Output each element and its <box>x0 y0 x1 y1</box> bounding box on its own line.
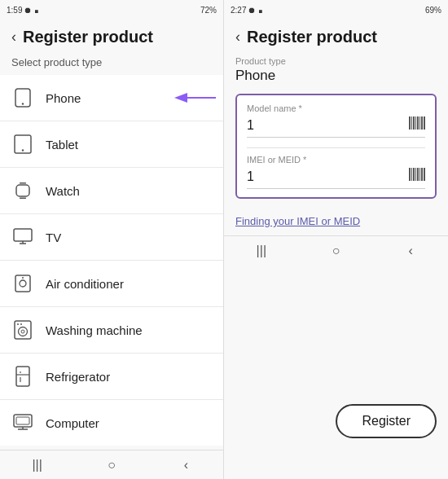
product-item-refrigerator[interactable]: Refrigerator <box>0 354 223 400</box>
product-item-air-conditioner[interactable]: Air conditioner <box>0 261 223 307</box>
model-name-field: Model name * <box>247 103 425 138</box>
right-header-title: Register product <box>247 28 377 46</box>
product-item-tablet[interactable]: Tablet <box>0 121 223 168</box>
product-type-label: Product type <box>235 56 437 66</box>
svg-rect-38 <box>417 168 419 181</box>
svg-rect-31 <box>419 116 420 130</box>
svg-rect-37 <box>415 168 416 181</box>
product-item-computer[interactable]: Computer <box>0 400 223 446</box>
product-item-phone[interactable]: Phone <box>0 75 223 121</box>
left-status-icons: ⏺ ◼ <box>24 6 38 15</box>
svg-rect-29 <box>415 116 416 130</box>
svg-rect-18 <box>16 367 29 386</box>
tablet-label: Tablet <box>46 138 78 152</box>
right-panel: 2:27 ⏺ ◼ 69% ‹ Register product Product … <box>224 0 448 479</box>
watch-icon <box>11 179 34 202</box>
left-nav-home[interactable]: ○ <box>95 454 128 477</box>
svg-point-16 <box>17 323 19 325</box>
right-nav-back[interactable]: ‹ <box>394 240 427 262</box>
section-label: Select product type <box>0 51 223 75</box>
model-name-label: Model name * <box>247 103 425 113</box>
svg-rect-41 <box>424 168 425 181</box>
right-battery: 69% <box>425 6 441 15</box>
svg-rect-32 <box>421 116 423 130</box>
left-status-bar: 1:59 ⏺ ◼ 72% <box>0 0 223 20</box>
model-barcode-icon[interactable] <box>409 116 425 134</box>
svg-rect-39 <box>419 168 420 181</box>
watch-label: Watch <box>46 184 80 198</box>
imei-row <box>247 168 425 189</box>
svg-rect-30 <box>417 116 419 130</box>
svg-point-17 <box>20 323 22 325</box>
svg-rect-33 <box>424 116 425 130</box>
register-btn-wrap: Register <box>336 404 437 438</box>
refrigerator-icon <box>11 365 34 388</box>
left-status-right: 72% <box>200 6 217 15</box>
right-back-button[interactable]: ‹ <box>235 29 240 46</box>
washing-machine-label: Washing machine <box>46 323 143 337</box>
right-nav-home[interactable]: ○ <box>319 240 352 262</box>
product-item-washing-machine[interactable]: Washing machine <box>0 307 223 354</box>
product-item-tv[interactable]: TV <box>0 214 223 261</box>
computer-icon <box>11 411 34 434</box>
svg-rect-26 <box>409 116 411 130</box>
right-status-right: 69% <box>425 6 441 15</box>
imei-label: IMEI or MEID * <box>247 155 425 165</box>
computer-label: Computer <box>46 416 99 430</box>
right-status-bar: 2:27 ⏺ ◼ 69% <box>224 0 448 20</box>
svg-rect-40 <box>421 168 423 181</box>
left-nav-back[interactable]: ‹ <box>169 454 202 477</box>
register-button[interactable]: Register <box>336 404 437 438</box>
svg-rect-35 <box>411 168 412 181</box>
svg-point-14 <box>19 327 28 336</box>
tablet-icon <box>11 133 34 156</box>
svg-point-12 <box>22 277 24 279</box>
left-bottom-nav: ||| ○ ‹ <box>0 450 223 479</box>
svg-rect-7 <box>14 229 32 241</box>
model-name-row <box>247 116 425 138</box>
svg-rect-23 <box>16 417 29 424</box>
air-conditioner-label: Air conditioner <box>46 277 124 291</box>
right-bottom-nav: ||| ○ ‹ <box>224 235 448 265</box>
product-item-watch[interactable]: Watch <box>0 168 223 214</box>
left-nav-menu[interactable]: ||| <box>21 454 54 477</box>
arrow-annotation <box>171 89 220 107</box>
form-section: Model name * <box>235 94 437 199</box>
right-time: 2:27 <box>231 6 246 15</box>
finding-imei-link[interactable]: Finding your IMEI or MEID <box>224 207 448 235</box>
svg-point-3 <box>22 149 24 151</box>
svg-rect-4 <box>20 182 26 184</box>
left-panel: 1:59 ⏺ ◼ 72% ‹ Register product Select p… <box>0 0 224 479</box>
svg-point-1 <box>22 103 24 104</box>
phone-label: Phone <box>46 91 81 105</box>
refrigerator-label: Refrigerator <box>46 370 110 384</box>
svg-rect-5 <box>20 198 26 200</box>
imei-field: IMEI or MEID * <box>247 155 425 189</box>
left-status-left: 1:59 ⏺ ◼ <box>7 6 38 15</box>
phone-icon <box>11 86 34 109</box>
left-header-title: Register product <box>23 28 153 46</box>
imei-input[interactable] <box>247 169 389 184</box>
right-header: ‹ Register product <box>224 20 448 51</box>
right-nav-menu[interactable]: ||| <box>245 240 278 262</box>
tv-icon <box>11 226 34 248</box>
washing-machine-icon <box>11 319 34 341</box>
tv-label: TV <box>46 231 61 244</box>
left-battery: 72% <box>200 6 217 15</box>
svg-rect-34 <box>409 168 411 181</box>
left-back-button[interactable]: ‹ <box>11 29 16 46</box>
svg-rect-27 <box>411 116 412 130</box>
svg-rect-36 <box>413 168 415 181</box>
imei-barcode-icon[interactable] <box>409 168 425 185</box>
svg-rect-28 <box>413 116 415 130</box>
svg-rect-6 <box>16 185 29 196</box>
air-conditioner-icon <box>11 272 34 295</box>
product-type-section: Product type Phone <box>224 51 448 86</box>
right-status-left: 2:27 ⏺ ◼ <box>231 6 262 15</box>
product-type-value: Phone <box>235 68 437 84</box>
field-divider <box>247 147 425 148</box>
model-name-input[interactable] <box>247 118 389 133</box>
left-time: 1:59 <box>7 6 22 15</box>
product-list: Phone Tablet <box>0 75 223 450</box>
svg-point-11 <box>20 280 26 287</box>
